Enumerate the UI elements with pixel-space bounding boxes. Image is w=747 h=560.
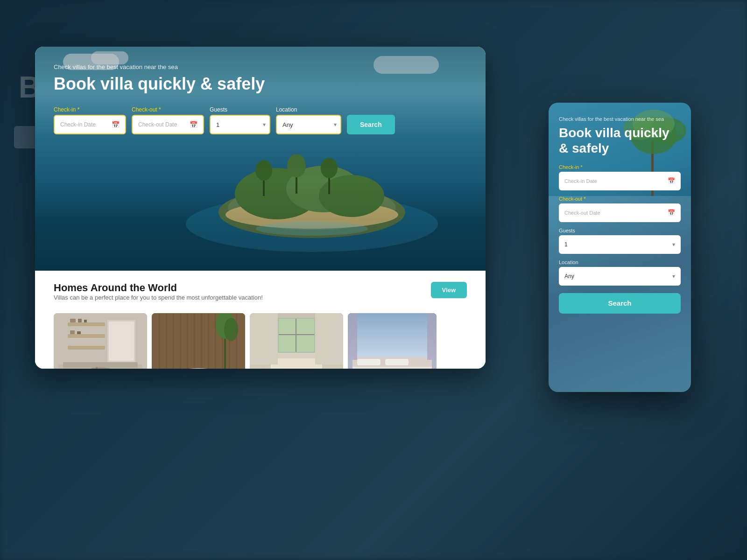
svg-rect-16 xyxy=(68,322,105,326)
mobile-card: Check villas for the best vacation near … xyxy=(549,103,691,392)
checkout-placeholder: Check-out Date xyxy=(138,121,177,128)
svg-rect-22 xyxy=(70,330,75,334)
homes-description: Villas can be a perfect place for you to… xyxy=(54,294,263,301)
svg-rect-68 xyxy=(348,313,437,360)
hero-subtitle: Check villas for the best vacation near … xyxy=(54,63,467,70)
checkin-placeholder: Check-in Date xyxy=(60,121,96,128)
mobile-subtitle: Check villas for the best vacation near … xyxy=(559,116,681,123)
svg-rect-39 xyxy=(201,313,202,369)
svg-rect-33 xyxy=(159,313,160,369)
svg-rect-74 xyxy=(427,313,437,360)
mobile-checkin-placeholder: Check-in Date xyxy=(564,178,597,184)
svg-rect-64 xyxy=(250,313,278,364)
mobile-location-chevron: ▾ xyxy=(672,273,675,280)
homes-grid: Maldives xyxy=(54,313,467,369)
mobile-checkout-input[interactable]: Check-out Date 📅 xyxy=(559,203,681,222)
search-button[interactable]: Search xyxy=(347,115,395,134)
mobile-checkin-input[interactable]: Check-in Date 📅 xyxy=(559,172,681,190)
mobile-search-button[interactable]: Search xyxy=(559,293,681,314)
svg-rect-72 xyxy=(385,359,409,365)
svg-rect-38 xyxy=(194,313,195,369)
mobile-guests-group: Guests 1 ▾ xyxy=(559,228,681,254)
svg-rect-17 xyxy=(68,334,105,338)
mobile-guests-value: 1 xyxy=(564,241,568,248)
svg-rect-27 xyxy=(96,367,98,369)
home-card-1[interactable]: Maldives xyxy=(54,313,147,369)
location-select-wrapper: Any Maldives France Italy Bali xyxy=(276,115,341,134)
location-select[interactable]: Any Maldives France Italy Bali xyxy=(276,115,341,134)
mobile-content: Check villas for the best vacation near … xyxy=(549,103,691,392)
svg-rect-35 xyxy=(173,313,174,369)
calendar-icon: 📅 xyxy=(112,121,120,128)
svg-rect-21 xyxy=(84,320,87,322)
home-card-bg-3 xyxy=(250,313,343,369)
mobile-location-select-wrapper[interactable]: Any ▾ xyxy=(559,267,681,286)
svg-rect-34 xyxy=(166,313,167,369)
homes-header: Homes Around the World Villas can be a p… xyxy=(54,282,467,309)
home-card-4[interactable]: France xyxy=(348,313,437,369)
checkin-input[interactable]: Check-in Date 📅 xyxy=(54,115,126,134)
svg-point-47 xyxy=(224,318,238,341)
homes-section: Homes Around the World Villas can be a p… xyxy=(35,271,486,369)
svg-rect-71 xyxy=(357,359,381,365)
mobile-checkout-placeholder: Check-out Date xyxy=(564,210,600,216)
view-button[interactable]: View xyxy=(431,282,467,298)
svg-rect-23 xyxy=(77,331,81,334)
hero-content: Check villas for the best vacation near … xyxy=(35,47,486,271)
checkout-input[interactable]: Check-out Date 📅 xyxy=(132,115,204,134)
svg-rect-40 xyxy=(208,313,209,369)
home-card-2[interactable]: Maldives xyxy=(152,313,245,369)
checkout-label: Check-out * xyxy=(132,106,204,113)
mobile-checkout-label: Check-out * xyxy=(559,196,681,202)
home-card-bg-1 xyxy=(54,313,147,369)
mobile-checkin-group: Check-in * Check-in Date 📅 xyxy=(559,164,681,190)
guests-select-wrapper: 1 2 3 4 5+ xyxy=(210,115,270,134)
checkin-group: Check-in * Check-in Date 📅 xyxy=(54,106,126,134)
mobile-checkin-label: Check-in * xyxy=(559,164,681,170)
home-card-bg-4 xyxy=(348,313,437,369)
browser-card: Check villas for the best vacation near … xyxy=(35,47,486,369)
home-card-3[interactable]: France xyxy=(250,313,343,369)
guests-group: Guests 1 2 3 4 5+ xyxy=(210,106,270,134)
svg-rect-63 xyxy=(279,334,314,335)
mobile-checkout-group: Check-out * Check-out Date 📅 xyxy=(559,196,681,222)
checkin-label: Check-in * xyxy=(54,106,126,113)
mobile-guests-chevron: ▾ xyxy=(672,241,675,248)
svg-rect-65 xyxy=(315,313,343,364)
location-group: Location Any Maldives France Italy Bali xyxy=(276,106,341,134)
mobile-location-value: Any xyxy=(564,273,574,280)
mobile-location-group: Location Any ▾ xyxy=(559,259,681,286)
location-label: Location xyxy=(276,106,341,113)
homes-title: Homes Around the World xyxy=(54,282,263,294)
hero-search-form: Check-in * Check-in Date 📅 Check-out * C xyxy=(54,106,467,134)
calendar-icon-2: 📅 xyxy=(190,121,197,128)
hero-section: Check villas for the best vacation near … xyxy=(35,47,486,271)
mobile-calendar-icon-2: 📅 xyxy=(668,209,675,216)
mobile-location-label: Location xyxy=(559,259,681,265)
svg-rect-62 xyxy=(296,319,296,352)
svg-rect-37 xyxy=(187,313,188,369)
checkout-group: Check-out * Check-out Date 📅 xyxy=(132,106,204,134)
svg-rect-20 xyxy=(78,319,82,322)
homes-title-group: Homes Around the World Villas can be a p… xyxy=(54,282,263,309)
svg-rect-41 xyxy=(215,313,216,369)
mobile-form: Check-in * Check-in Date 📅 Check-out * C… xyxy=(559,164,681,382)
svg-rect-73 xyxy=(348,313,357,360)
home-card-bg-2 xyxy=(152,313,245,369)
hero-title: Book villa quickly & safely xyxy=(54,74,467,93)
svg-rect-19 xyxy=(70,319,76,322)
svg-rect-36 xyxy=(180,313,181,369)
mobile-title: Book villa quickly & safely xyxy=(559,126,681,155)
svg-rect-29 xyxy=(109,322,134,361)
guests-label: Guests xyxy=(210,106,270,113)
svg-rect-18 xyxy=(68,346,105,350)
mobile-calendar-icon-1: 📅 xyxy=(668,177,675,184)
guests-select[interactable]: 1 2 3 4 5+ xyxy=(210,115,270,134)
mobile-guests-select-wrapper[interactable]: 1 ▾ xyxy=(559,235,681,254)
mobile-guests-label: Guests xyxy=(559,228,681,233)
